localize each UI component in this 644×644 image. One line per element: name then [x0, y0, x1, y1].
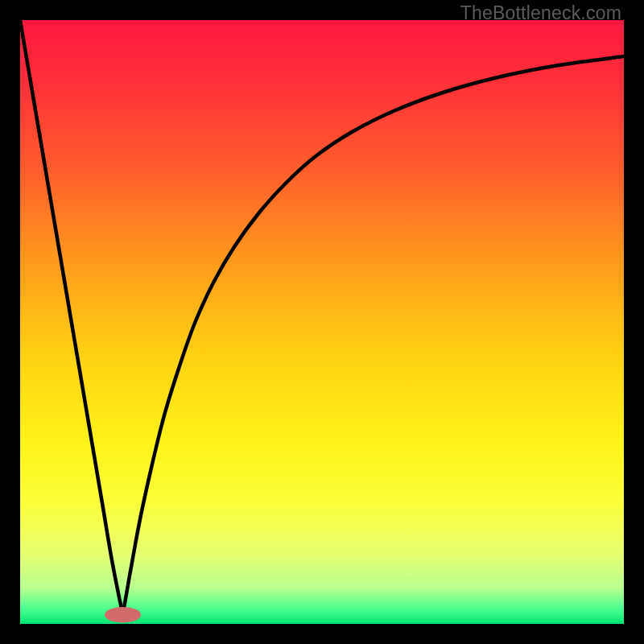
bottleneck-chart [20, 20, 624, 624]
gradient-background [20, 20, 624, 624]
chart-frame [20, 20, 624, 624]
optimal-marker [105, 607, 141, 623]
watermark-text: TheBottleneck.com [460, 2, 621, 24]
